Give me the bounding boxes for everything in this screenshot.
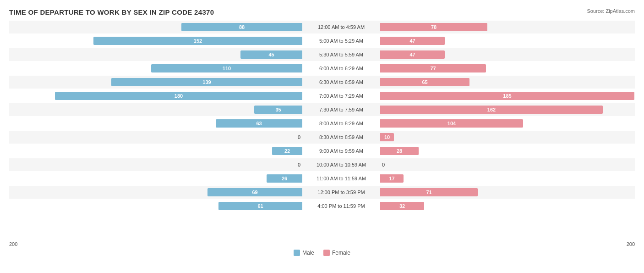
male-value: 88 — [237, 24, 246, 30]
source-label: Source: ZipAtlas.com — [587, 8, 635, 14]
table-row: 0 8:30 AM to 8:59 AM 10 — [9, 131, 635, 144]
male-bar: 69 — [207, 188, 302, 196]
left-section: 88 — [9, 21, 302, 33]
female-bar: 47 — [380, 37, 445, 45]
time-label: 6:30 AM to 6:59 AM — [302, 79, 380, 85]
right-section: 71 — [380, 186, 635, 199]
table-row: 180 7:00 AM to 7:29 AM 185 — [9, 89, 635, 102]
female-bar: 32 — [380, 202, 424, 210]
time-label: 5:30 AM to 5:59 AM — [302, 52, 380, 57]
time-label: 9:00 AM to 9:59 AM — [302, 148, 380, 154]
female-value: 104 — [446, 121, 458, 126]
time-label: 6:00 AM to 6:29 AM — [302, 66, 380, 71]
right-section: 162 — [380, 103, 635, 116]
time-label: 12:00 PM to 3:59 PM — [302, 189, 380, 195]
male-bar: 63 — [216, 119, 302, 128]
female-bar: 185 — [380, 92, 634, 100]
time-label: 11:00 AM to 11:59 AM — [302, 176, 380, 181]
male-value: 180 — [173, 93, 185, 99]
left-section: 61 — [9, 200, 302, 212]
table-row: 63 8:00 AM to 8:29 AM 104 — [9, 117, 635, 130]
right-section: 17 — [380, 172, 635, 185]
female-value: 17 — [387, 176, 396, 181]
male-value: 0 — [298, 134, 300, 140]
table-row: 0 10:00 AM to 10:59 AM 0 — [9, 158, 635, 171]
table-row: 45 5:30 AM to 5:59 AM 47 — [9, 48, 635, 61]
left-section: 0 — [9, 158, 302, 171]
axis-left-label: 200 — [9, 241, 17, 247]
female-bar: 162 — [380, 106, 603, 114]
left-section: 45 — [9, 48, 302, 61]
time-label: 8:00 AM to 8:29 AM — [302, 121, 380, 126]
male-value: 22 — [283, 148, 292, 154]
male-bar: 26 — [267, 174, 302, 183]
male-value: 45 — [267, 52, 276, 57]
female-value: 65 — [420, 79, 429, 85]
female-bar: 47 — [380, 50, 445, 59]
male-value: 63 — [254, 121, 263, 126]
female-value: 32 — [398, 203, 407, 209]
legend-male: Male — [294, 250, 314, 256]
right-section: 47 — [380, 48, 635, 61]
left-section: 110 — [9, 62, 302, 75]
left-section: 139 — [9, 76, 302, 89]
female-value: 78 — [429, 24, 438, 30]
female-bar: 104 — [380, 119, 523, 128]
left-section: 0 — [9, 131, 302, 144]
female-bar: 10 — [380, 133, 394, 141]
right-section: 0 — [380, 158, 635, 171]
female-value: 47 — [408, 38, 417, 44]
male-value: 110 — [221, 66, 233, 71]
legend-female: Female — [323, 250, 350, 256]
left-section: 63 — [9, 117, 302, 130]
male-bar: 110 — [151, 64, 302, 72]
table-row: 88 12:00 AM to 4:59 AM 78 — [9, 21, 635, 33]
left-section: 180 — [9, 89, 302, 102]
male-bar: 88 — [181, 23, 302, 31]
time-label: 4:00 PM to 11:59 PM — [302, 203, 380, 209]
left-section: 26 — [9, 172, 302, 185]
female-value: 77 — [428, 66, 437, 71]
time-label: 10:00 AM to 10:59 AM — [302, 162, 380, 167]
chart-container: TIME OF DEPARTURE TO WORK BY SEX IN ZIP … — [0, 0, 644, 273]
table-row: 22 9:00 AM to 9:59 AM 28 — [9, 145, 635, 157]
time-label: 12:00 AM to 4:59 AM — [302, 24, 380, 30]
chart-title: TIME OF DEPARTURE TO WORK BY SEX IN ZIP … — [9, 8, 635, 16]
time-label: 8:30 AM to 8:59 AM — [302, 134, 380, 140]
female-value: 28 — [395, 148, 404, 154]
male-value: 35 — [273, 107, 283, 112]
time-label: 7:00 AM to 7:29 AM — [302, 93, 380, 99]
male-bar: 152 — [93, 37, 302, 45]
left-section: 35 — [9, 103, 302, 116]
right-section: 78 — [380, 21, 635, 33]
male-bar: 139 — [111, 78, 302, 86]
male-bar: 45 — [240, 50, 302, 59]
right-section: 32 — [380, 200, 635, 212]
left-section: 22 — [9, 145, 302, 157]
chart-area: 88 12:00 AM to 4:59 AM 78 — [9, 21, 635, 240]
time-label: 7:30 AM to 7:59 AM — [302, 107, 380, 112]
right-section: 28 — [380, 145, 635, 157]
male-value: 26 — [280, 176, 289, 181]
legend: Male Female — [9, 250, 635, 256]
male-value: 152 — [192, 38, 204, 44]
right-section: 47 — [380, 34, 635, 47]
right-section: 185 — [380, 89, 635, 102]
female-value: 185 — [501, 93, 513, 99]
right-section: 10 — [380, 131, 635, 144]
right-section: 65 — [380, 76, 635, 89]
female-legend-label: Female — [332, 250, 350, 256]
table-row: 61 4:00 PM to 11:59 PM 32 — [9, 200, 635, 212]
female-bar: 65 — [380, 78, 469, 86]
male-bar: 35 — [254, 106, 302, 114]
right-section: 77 — [380, 62, 635, 75]
male-value: 69 — [250, 189, 259, 195]
male-legend-box — [294, 250, 300, 256]
male-bar: 22 — [272, 147, 302, 155]
female-bar: 71 — [380, 188, 478, 196]
male-value: 139 — [201, 79, 213, 85]
male-bar: 180 — [55, 92, 302, 100]
table-row: 35 7:30 AM to 7:59 AM 162 — [9, 103, 635, 116]
female-value: 162 — [486, 107, 497, 112]
female-bar: 77 — [380, 64, 486, 72]
